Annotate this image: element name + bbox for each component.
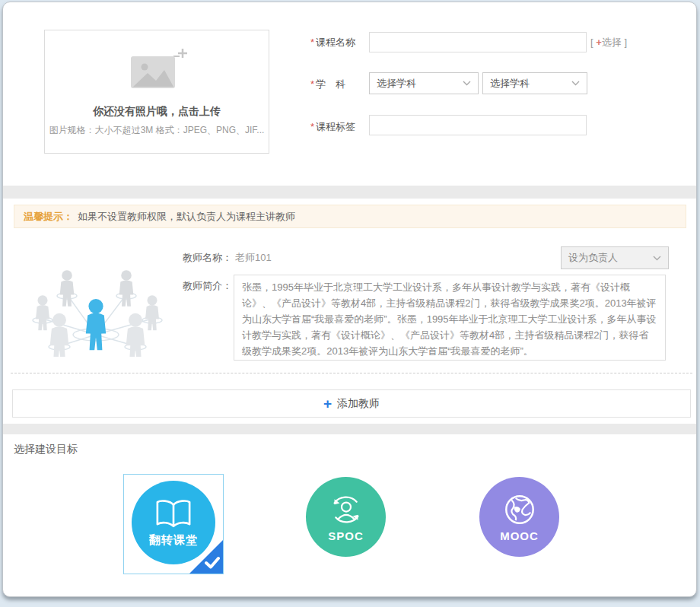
upload-spec-text: 图片规格：大小不超过3M 格式：JPEG、PNG、JIF... — [45, 124, 269, 137]
teacher-network-illustration — [20, 261, 175, 357]
subject-select-2[interactable]: 选择学科 — [482, 72, 587, 94]
teacher-name-row: 教师名称：老师101 — [183, 251, 272, 265]
course-edit-card: 你还没有照片哦，点击上传 图片规格：大小不超过3M 格式：JPEG、PNG、JI… — [2, 2, 697, 597]
subject-select-1[interactable]: 选择学科 — [369, 72, 479, 94]
required-mark: * — [310, 78, 314, 90]
page-background: 你还没有照片哦，点击上传 图片规格：大小不超过3M 格式：JPEG、PNG、JI… — [0, 0, 700, 607]
course-tag-input[interactable] — [369, 115, 587, 135]
goal-label: MOOC — [500, 529, 539, 542]
notice-text: 如果不设置教师权限，默认负责人为课程主讲教师 — [78, 210, 295, 224]
add-teacher-button[interactable]: + 添加教师 — [12, 389, 691, 418]
plus-icon: + — [323, 396, 332, 411]
chevron-down-icon — [653, 256, 661, 261]
teacher-intro-textarea[interactable]: 张墨，1995年毕业于北京理工大学工业设计系，多年从事设计教学与实践，著有《设计… — [234, 275, 666, 361]
goal-flipped-classroom[interactable]: 翻转课堂 — [123, 474, 224, 574]
subject-label: *学 科 — [310, 78, 345, 91]
goal-spoc[interactable]: SPOC — [306, 477, 386, 557]
notice-prefix: 温馨提示： — [24, 210, 73, 224]
course-name-label: *课程名称 — [310, 36, 355, 49]
check-icon — [205, 557, 220, 569]
goals-section-label: 选择建设目标 — [14, 443, 78, 456]
sync-person-icon — [328, 492, 364, 527]
required-mark: * — [310, 37, 314, 48]
teacher-name-value: 老师101 — [235, 252, 272, 263]
goal-mooc[interactable]: MOOC — [479, 477, 559, 557]
upload-hint-text: 你还没有照片哦，点击上传 — [45, 105, 269, 119]
section-divider — [3, 424, 696, 434]
chevron-down-icon — [571, 81, 580, 86]
notice-bar: 温馨提示： 如果不设置教师权限，默认负责人为课程主讲教师 — [14, 205, 686, 228]
teacher-intro-label: 教师简介： — [183, 279, 232, 293]
course-tag-label: *课程标签 — [310, 120, 355, 134]
open-book-icon — [151, 497, 196, 531]
globe-icon — [502, 492, 537, 527]
plus-icon: + — [596, 37, 602, 48]
cover-upload-box[interactable]: 你还没有照片哦，点击上传 图片规格：大小不超过3M 格式：JPEG、PNG、JI… — [44, 30, 269, 154]
section-divider — [3, 186, 696, 199]
course-name-input[interactable] — [369, 32, 587, 52]
required-mark: * — [310, 121, 314, 132]
course-name-choose-link[interactable]: [ +选择 ] — [590, 36, 627, 49]
goal-label: SPOC — [328, 529, 364, 542]
goal-label: 翻转课堂 — [149, 533, 198, 548]
teacher-name-label: 教师名称： — [183, 252, 232, 263]
dashed-divider — [11, 373, 692, 373]
image-placeholder-icon — [45, 46, 269, 96]
chevron-down-icon — [463, 81, 471, 86]
teacher-role-select[interactable]: 设为负责人 — [561, 246, 669, 269]
